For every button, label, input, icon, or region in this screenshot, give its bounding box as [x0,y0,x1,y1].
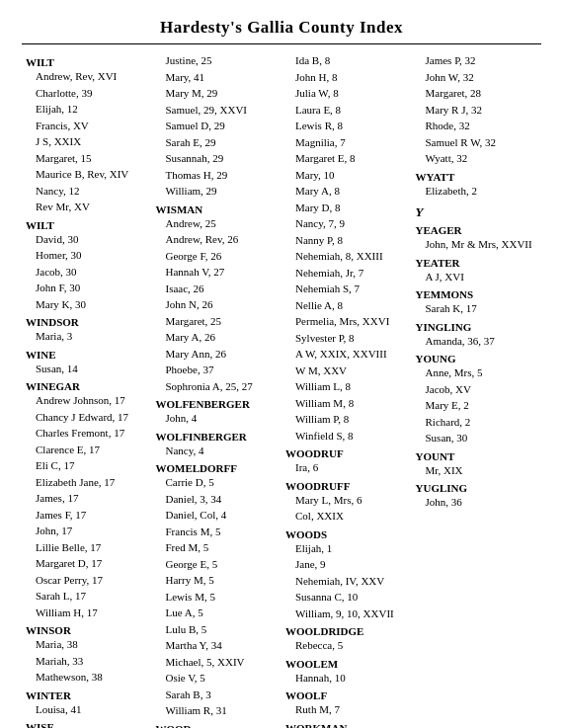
entry-item: Elijah, 12 [36,101,148,118]
entry-item: Mary Ann, 26 [166,346,279,363]
page-title: Hardesty's Gallia County Index [22,18,541,38]
entry-item: Laura E, 8 [295,102,408,119]
entry-item: Nancy, 12 [36,183,148,200]
index-column-col2: Justine, 25Mary, 41Mary M, 29Samuel, 29,… [152,52,282,728]
entry-item: Maurice B, Rev, XIV [36,166,148,183]
entry-name: WOOLF [285,689,408,701]
entry-item: Chancy J Edward, 17 [36,409,148,426]
entry-item: Rev Mr, XV [36,199,148,215]
entry-item: Elijah, 1 [295,540,408,557]
entry-name: WINEGAR [26,380,148,392]
entry-name: WOODS [285,528,408,540]
entry-name: WOOLEM [285,658,408,670]
entry-item: A W, XXIX, XXVIII [295,346,408,363]
entry-name: WORKMAN [285,722,408,729]
entry-item: Mary E, 2 [426,397,538,414]
entry-name: WILT [26,219,148,231]
entry-item: Susan, 30 [426,430,538,446]
entry-item: Nancy, 7, 9 [295,215,408,232]
entry-item: Samuel R W, 32 [426,134,538,151]
entry-item: Homer, 30 [36,247,148,264]
entry-item: William H, 17 [36,605,148,621]
entry-item: Susannah, 29 [166,150,279,167]
entry-item: Sarah K, 17 [426,300,538,317]
entry-item: Sarah L, 17 [36,588,148,605]
entry-name: WOOLDRIDGE [285,625,408,637]
entry-item: Samuel D, 29 [166,118,279,134]
entry-name: WINE [26,349,148,361]
entry-item: Winfield S, 8 [295,428,408,445]
entry-item: Mary A, 8 [295,183,408,200]
entry-item: Lulu B, 5 [166,621,279,638]
entry-item: Wyatt, 32 [426,150,538,167]
entry-item: John F, 30 [36,280,148,296]
columns-container: WILTAndrew, Rev, XVICharlotte, 39Elijah,… [22,52,541,728]
entry-item: Magnilia, 7 [295,134,408,151]
entry-item: Ida B, 8 [295,52,408,69]
entry-item: William M, 8 [295,395,408,412]
entry-name: WISE [26,721,148,728]
entry-item: Sylvester P, 8 [295,330,408,347]
entry-name: WINTER [26,689,148,701]
entry-item: Mathewson, 38 [36,669,148,686]
entry-item: James P, 32 [426,52,538,69]
entry-name: YUGLING [416,482,538,494]
entry-item: Julia W, 8 [295,85,408,102]
entry-item: James F, 17 [36,507,148,524]
entry-item: Mary D, 8 [295,200,408,216]
entry-item: Ruth M, 7 [295,701,408,718]
entry-item: Hannah V, 27 [166,264,279,281]
entry-item: Mary L, Mrs, 6 [295,492,408,509]
entry-item: Harry M, 5 [166,572,279,589]
entry-item: Amanda, 36, 37 [426,333,538,350]
entry-item: George F, 26 [166,248,279,265]
entry-item: Fred M, 5 [166,539,279,556]
entry-item: Thomas H, 29 [166,167,279,184]
entry-name: WOODRUF [285,447,408,459]
entry-item: Nehemiah S, 7 [295,281,408,297]
entry-item: William P, 8 [295,411,408,428]
entry-item: John N, 26 [166,296,279,313]
entry-name: YINGLING [416,321,538,333]
entry-item: Sophronia A, 25, 27 [166,378,279,395]
entry-item: Andrew, Rev, XVI [36,68,148,85]
entry-item: Anne, Mrs, 5 [426,364,538,381]
entry-name: YOUNT [416,450,538,462]
entry-item: Col, XXIX [295,508,408,525]
entry-item: Hannah, 10 [295,670,408,687]
entry-item: Lillie Belle, 17 [36,539,148,556]
entry-item: Francis, XV [36,118,148,134]
entry-item: John W, 32 [426,69,538,86]
entry-item: Sarah B, 3 [166,687,279,703]
entry-item: Lewis M, 5 [166,589,279,606]
entry-item: Mary, 41 [166,69,279,86]
index-column-col1: WILTAndrew, Rev, XVICharlotte, 39Elijah,… [22,52,152,728]
entry-name: YEAGER [416,224,538,236]
entry-name: WOODRUFF [285,480,408,492]
entry-item: Daniel, Col, 4 [166,507,279,524]
entry-name: WOOD [156,723,279,729]
entry-item: William R, 31 [166,702,279,719]
entry-item: Nanny P, 8 [295,232,408,249]
entry-item: J S, XXIX [36,133,148,150]
entry-item: Mary K, 30 [36,296,148,313]
entry-item: Andrew, 25 [166,215,279,232]
entry-item: Margaret E, 8 [295,150,408,167]
entry-item: William L, 8 [295,378,408,395]
entry-item: Elizabeth Jane, 17 [36,474,148,491]
entry-item: Lue A, 5 [166,605,279,621]
entry-name: WISMAN [156,203,279,215]
entry-item: Jane, 9 [295,556,408,573]
entry-item: Richard, 2 [426,414,538,431]
entry-item: Maria, 3 [36,328,148,345]
entry-item: Maria, 38 [36,636,148,653]
entry-item: Margaret D, 17 [36,555,148,572]
entry-name: WOMELDORFF [156,462,279,474]
entry-name: WINSOR [26,624,148,636]
entry-item: Andrew, Rev, 26 [166,231,279,248]
index-column-col4: James P, 32John W, 32Margaret, 28Mary R … [412,52,542,728]
page: Hardesty's Gallia County Index WILTAndre… [0,0,563,728]
entry-name: YEATER [416,257,538,269]
entry-item: Nellie A, 8 [295,297,408,314]
section-letter-Y: Y [416,204,538,220]
